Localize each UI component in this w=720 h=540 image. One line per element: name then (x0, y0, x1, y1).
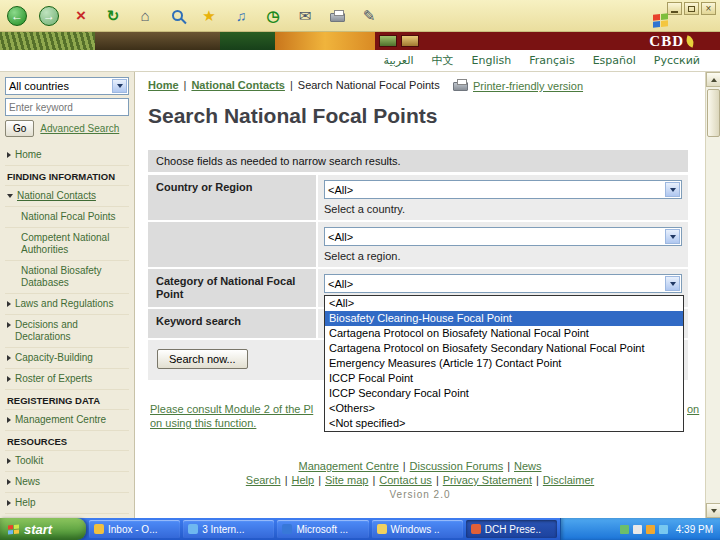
refresh-icon[interactable]: ↻ (102, 5, 124, 27)
dropdown-option[interactable]: ICCP Focal Point (325, 371, 683, 386)
stop-icon[interactable]: × (70, 5, 92, 27)
dropdown-option[interactable]: Cartagena Protocol on Biosafety Secondar… (325, 341, 683, 356)
breadcrumb-home-link[interactable]: Home (148, 79, 179, 91)
task-button-internet-group[interactable]: 3 Intern... (183, 520, 274, 538)
consult-module-link-fragment[interactable]: on (687, 403, 699, 415)
scroll-up-button[interactable] (706, 72, 720, 87)
footer-row-1: Management Centre|Discussion Forums|News (135, 460, 705, 472)
footer-sitemap-link[interactable]: Site map (325, 474, 368, 486)
internet-explorer-icon (188, 524, 198, 534)
dropdown-option-selected[interactable]: Biosafety Clearing-House Focal Point (325, 311, 683, 326)
chevron-down-icon[interactable] (665, 276, 680, 291)
sidebar-item-roster-of-experts[interactable]: Roster of Experts (5, 369, 129, 390)
task-button-dch-presentation[interactable]: DCH Prese.. (466, 520, 557, 538)
scrollbar-thumb[interactable] (707, 89, 720, 137)
sidebar-item-national-focal-points[interactable]: National Focal Points (5, 207, 129, 228)
footer-privacy-link[interactable]: Privacy Statement (443, 474, 532, 486)
edit-icon[interactable]: ✎ (358, 5, 380, 27)
close-button[interactable]: × (701, 2, 716, 15)
tray-icon[interactable] (633, 525, 642, 534)
windows-logo-icon (653, 13, 668, 27)
sidebar-header-registering-data: REGISTERING DATA (5, 390, 129, 410)
browser-toolbar: ← → × ↻ ⌂ ★ ♫ ◷ ✉ ✎ (6, 5, 714, 27)
scroll-down-button[interactable] (706, 503, 720, 518)
dropdown-option[interactable]: Emergency Measures (Article 17) Contact … (325, 356, 683, 371)
lang-spanish[interactable]: Español (593, 54, 636, 67)
footer-search-link[interactable]: Search (246, 474, 281, 486)
chevron-down-icon[interactable] (112, 79, 127, 93)
footer-contact-us-link[interactable]: Contact us (379, 474, 432, 486)
favorites-icon[interactable]: ★ (198, 5, 220, 27)
language-bar: العربية 中文 English Français Español Русс… (0, 50, 720, 72)
history-icon[interactable]: ◷ (262, 5, 284, 27)
consult-module-link[interactable]: Please consult Module 2 of the Pl (150, 403, 313, 415)
advanced-search-link[interactable]: Advanced Search (40, 123, 119, 134)
dropdown-option[interactable]: <Not specified> (325, 416, 683, 431)
task-button-inbox[interactable]: Inbox - O... (89, 520, 180, 538)
maximize-button[interactable] (684, 2, 699, 15)
sidebar-item-laws-and-regulations[interactable]: Laws and Regulations (5, 294, 129, 315)
task-button-windows[interactable]: Windows .. (372, 520, 463, 538)
minimize-button[interactable] (667, 2, 682, 15)
mail-icon[interactable]: ✉ (294, 5, 316, 27)
footer-discussion-forums-link[interactable]: Discussion Forums (410, 460, 504, 472)
leaf-icon (685, 35, 696, 48)
sidebar-header-resources: RESOURCES (5, 431, 129, 451)
chevron-down-icon[interactable] (665, 182, 680, 197)
start-button[interactable]: start (0, 518, 86, 540)
sidebar-item-management-centre[interactable]: Management Centre (5, 410, 129, 431)
country-select[interactable]: <All> (324, 180, 682, 199)
sidebar-item-capacity-building[interactable]: Capacity-Building (5, 348, 129, 369)
banner-thumb (379, 35, 397, 47)
sidebar-item-home[interactable]: Home (5, 145, 129, 166)
tray-icon[interactable] (659, 525, 668, 534)
page-title: Search National Focal Points (148, 104, 437, 128)
print-icon[interactable] (326, 5, 348, 27)
home-icon[interactable]: ⌂ (134, 5, 156, 27)
dropdown-option[interactable]: Cartagena Protocol on Biosafety National… (325, 326, 683, 341)
banner-photo-soil (95, 32, 220, 50)
vertical-scrollbar[interactable] (705, 72, 720, 518)
region-select[interactable]: <All> (324, 227, 682, 246)
sidebar-item-toolkit[interactable]: Toolkit (5, 451, 129, 472)
printer-friendly-link[interactable]: Printer-friendly version (453, 78, 583, 92)
lang-chinese[interactable]: 中文 (432, 53, 454, 68)
forward-icon[interactable]: → (38, 5, 60, 27)
lang-english[interactable]: English (472, 54, 512, 67)
sidebar: All countries Go Advanced Search Home FI… (0, 72, 135, 518)
country-filter-select[interactable]: All countries (5, 77, 129, 95)
footer-help-link[interactable]: Help (292, 474, 315, 486)
footer-disclaimer-link[interactable]: Disclaimer (543, 474, 594, 486)
lang-russian[interactable]: Русский (654, 54, 700, 67)
media-icon[interactable]: ♫ (230, 5, 252, 27)
dropdown-option[interactable]: <Others> (325, 401, 683, 416)
chevron-down-icon[interactable] (665, 229, 680, 244)
sidebar-item-competent-national-authorities[interactable]: Competent National Authorities (5, 228, 129, 261)
country-hint: Select a country. (324, 203, 682, 215)
tray-icon[interactable] (646, 525, 655, 534)
sidebar-item-national-biosafety-databases[interactable]: National Biosafety Databases (5, 261, 129, 294)
breadcrumb-national-contacts-link[interactable]: National Contacts (191, 79, 285, 91)
lang-french[interactable]: Français (529, 54, 574, 67)
search-icon[interactable] (166, 5, 188, 27)
footer-news-link[interactable]: News (514, 460, 542, 472)
lang-arabic[interactable]: العربية (384, 54, 414, 67)
footer-management-centre-link[interactable]: Management Centre (298, 460, 398, 472)
sidebar-item-help[interactable]: Help (5, 493, 129, 514)
consult-module-link-line2[interactable]: on using this function. (150, 417, 256, 429)
sidebar-item-national-contacts[interactable]: National Contacts (5, 186, 129, 207)
printer-icon (453, 82, 468, 91)
arrow-right-icon (7, 479, 11, 485)
keyword-input[interactable] (5, 98, 129, 116)
tray-icon[interactable] (620, 525, 629, 534)
category-select[interactable]: <All> (324, 274, 682, 293)
dropdown-option[interactable]: <All> (325, 296, 683, 311)
dropdown-option[interactable]: ICCP Secondary Focal Point (325, 386, 683, 401)
search-now-button[interactable]: Search now... (157, 349, 248, 369)
go-button[interactable]: Go (5, 120, 34, 137)
arrow-right-icon (7, 355, 11, 361)
task-button-microsoft[interactable]: Microsoft ... (277, 520, 368, 538)
sidebar-item-news[interactable]: News (5, 472, 129, 493)
back-icon[interactable]: ← (6, 5, 28, 27)
sidebar-item-decisions-and-declarations[interactable]: Decisions and Declarations (5, 315, 129, 348)
